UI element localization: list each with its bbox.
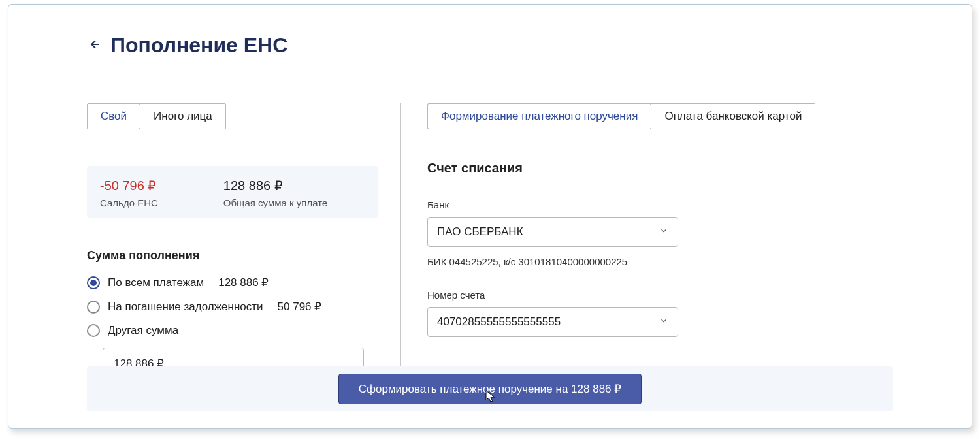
radio-all-payments[interactable]: По всем платежам 128 886 ₽: [87, 276, 374, 289]
radio-other-amount[interactable]: Другая сумма: [87, 324, 374, 337]
tab-card[interactable]: Оплата банковской картой: [651, 104, 815, 129]
radio-label: По всем платежам: [108, 276, 204, 289]
page-title: Пополнение ЕНС: [110, 33, 287, 57]
bank-label: Банк: [427, 199, 893, 210]
radio-debt[interactable]: На погашение задолженности 50 796 ₽: [87, 300, 374, 314]
bank-info: БИК 044525225, к/с 30101810400000000225: [427, 256, 893, 267]
bank-select[interactable]: ПАО СБЕРБАНК: [427, 217, 678, 247]
saldo-label: Сальдо ЕНС: [100, 197, 158, 208]
refill-section-title: Сумма пополнения: [87, 249, 374, 263]
radio-icon: [87, 301, 100, 314]
radio-amount: 50 796 ₽: [278, 300, 322, 314]
payment-method-tabs: Формирование платежного поручения Оплата…: [427, 103, 815, 129]
footer-bar: Сформировать платежное поручение на 128 …: [87, 366, 893, 411]
radio-icon: [87, 276, 100, 289]
bank-value: ПАО СБЕРБАНК: [437, 225, 523, 238]
tab-other[interactable]: Иного лица: [140, 104, 225, 129]
radio-label: Другая сумма: [108, 324, 178, 337]
balance-box: -50 796 ₽ Сальдо ЕНС 128 886 ₽ Общая сум…: [87, 166, 378, 218]
radio-label: На погашение задолженности: [108, 301, 263, 314]
radio-icon: [87, 324, 100, 337]
tab-self[interactable]: Свой: [87, 103, 140, 129]
radio-amount: 128 886 ₽: [218, 276, 269, 289]
chevron-down-icon: [659, 316, 668, 329]
right-column: Формирование платежного поручения Оплата…: [400, 103, 893, 379]
chevron-down-icon: [659, 225, 668, 238]
tab-payment-order[interactable]: Формирование платежного поручения: [427, 103, 651, 129]
page-header: Пополнение ЕНС: [87, 33, 893, 57]
debit-section-title: Счет списания: [427, 161, 893, 176]
saldo-value: -50 796 ₽: [100, 178, 158, 193]
total-label: Общая сумма к уплате: [223, 197, 327, 208]
back-arrow-icon[interactable]: [87, 37, 101, 54]
left-column: Свой Иного лица -50 796 ₽ Сальдо ЕНС 128…: [87, 103, 400, 379]
account-label: Номер счета: [427, 289, 893, 301]
account-value: 40702855555555555555: [437, 316, 561, 329]
submit-button[interactable]: Сформировать платежное поручение на 128 …: [338, 374, 642, 404]
account-select[interactable]: 40702855555555555555: [427, 307, 678, 337]
payer-tabs: Свой Иного лица: [87, 103, 226, 129]
total-value: 128 886 ₽: [223, 178, 327, 193]
